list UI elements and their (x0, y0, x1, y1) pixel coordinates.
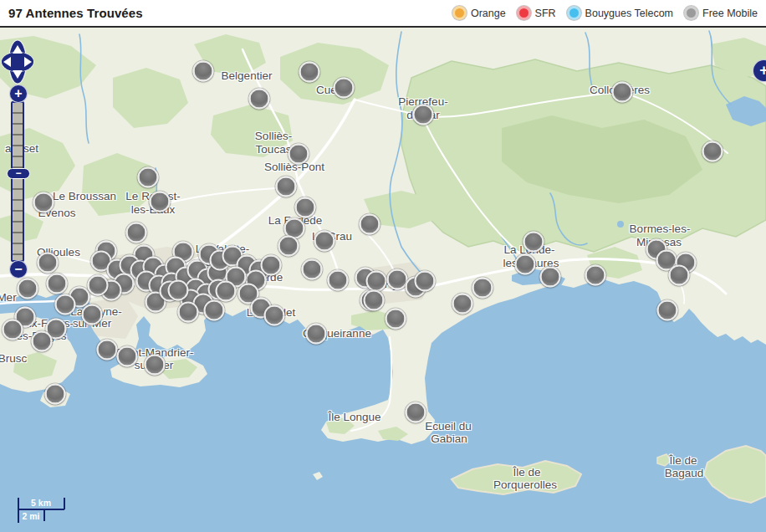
antenna-marker[interactable] (328, 270, 349, 291)
antenna-marker[interactable] (168, 280, 189, 301)
antenna-marker[interactable] (32, 331, 53, 352)
antenna-marker[interactable] (126, 223, 147, 243)
antenna-marker[interactable] (523, 232, 544, 253)
legend-label: SFR (535, 8, 556, 19)
antenna-marker[interactable] (204, 300, 225, 321)
antenna-marker[interactable] (334, 78, 355, 99)
antenna-marker[interactable] (585, 265, 606, 286)
antenna-marker[interactable] (3, 320, 23, 340)
antenna-marker[interactable] (386, 309, 406, 330)
antenna-marker[interactable] (47, 274, 68, 294)
antenna-marker[interactable] (612, 82, 633, 103)
antenna-marker[interactable] (249, 89, 270, 110)
free-mobile-marker-icon (684, 6, 698, 20)
antenna-marker[interactable] (289, 144, 309, 165)
antenna-marker[interactable] (216, 281, 237, 302)
legend-label: Free Mobile (702, 8, 758, 19)
antenna-marker[interactable] (55, 294, 76, 315)
antenna-marker[interactable] (264, 305, 285, 326)
legend-item-bouygues-telecom: Bouygues Telecom (567, 6, 673, 20)
antenna-marker[interactable] (314, 231, 335, 252)
antenna-marker[interactable] (360, 214, 380, 235)
legend-item-orange: Orange (452, 6, 506, 20)
sfr-marker-icon (517, 6, 531, 20)
antenna-marker[interactable] (669, 265, 690, 286)
antenna-marker[interactable] (138, 167, 159, 188)
header-bar: 97 Antennes Trouvées OrangeSFRBouygues T… (0, 0, 766, 28)
antenna-marker[interactable] (657, 300, 678, 321)
antenna-marker[interactable] (415, 271, 436, 292)
antenna-marker[interactable] (117, 346, 138, 367)
antenna-marker[interactable] (97, 340, 118, 361)
bouygues-telecom-marker-icon (567, 6, 581, 20)
antenna-marker[interactable] (364, 290, 385, 311)
legend-label: Bouygues Telecom (585, 8, 673, 19)
zoom-out-button[interactable]: − (9, 260, 28, 279)
antenna-marker[interactable] (18, 279, 38, 299)
antenna-marker[interactable] (472, 278, 493, 299)
antenna-marker[interactable] (306, 324, 327, 345)
antenna-marker[interactable] (452, 294, 473, 315)
antenna-marker[interactable] (193, 61, 214, 82)
antenna-marker[interactable] (88, 275, 109, 296)
zoom-in-button[interactable]: + (9, 84, 28, 103)
legend-item-free-mobile: Free Mobile (684, 6, 758, 20)
antenna-marker[interactable] (540, 267, 561, 288)
antenna-marker[interactable] (413, 105, 434, 125)
legend: OrangeSFRBouygues TelecomFree Mobile (452, 6, 758, 20)
antenna-marker[interactable] (33, 192, 54, 213)
antenna-marker[interactable] (276, 176, 297, 197)
antenna-marker[interactable] (702, 141, 723, 162)
antenna-marker[interactable] (515, 254, 536, 275)
antenna-marker[interactable] (150, 192, 171, 212)
antenna-marker[interactable] (366, 271, 387, 292)
antenna-marker[interactable] (302, 259, 323, 280)
antenna-marker[interactable] (299, 62, 320, 83)
antenna-marker[interactable] (45, 384, 66, 405)
map[interactable]: BelgentierCuersPierrefeu-du-VarCollobriè… (0, 28, 766, 532)
zoom-slider-track[interactable] (11, 101, 24, 262)
legend-label: Orange (471, 8, 506, 19)
orange-marker-icon (452, 6, 467, 20)
antenna-marker[interactable] (295, 197, 316, 218)
antenna-marker[interactable] (278, 236, 299, 257)
antenna-marker[interactable] (82, 304, 103, 325)
legend-item-sfr: SFR (517, 6, 556, 20)
antenna-marker[interactable] (38, 253, 59, 274)
antenna-marker[interactable] (145, 355, 166, 376)
zoom-slider-handle[interactable]: − (7, 168, 30, 179)
results-count-title: 97 Antennes Trouvées (8, 6, 143, 20)
antenna-marker[interactable] (178, 302, 199, 323)
pan-control[interactable] (0, 38, 36, 85)
antenna-marker[interactable] (406, 402, 426, 423)
